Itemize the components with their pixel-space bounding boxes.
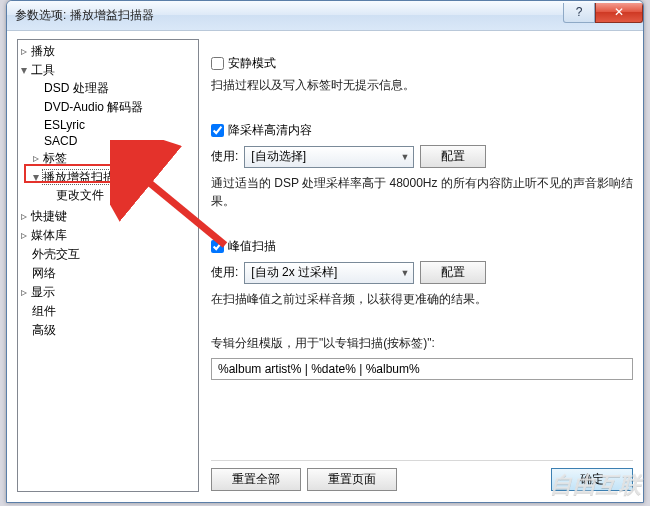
window-controls: ? ✕ — [563, 9, 643, 23]
configure-button-1[interactable]: 配置 — [420, 145, 486, 168]
tree-playback[interactable]: 播放 — [18, 42, 198, 61]
peak-desc: 在扫描峰值之前过采样音频，以获得更准确的结果。 — [211, 290, 633, 308]
downsample-select[interactable]: [自动选择] ▼ — [244, 146, 414, 168]
tree-sacd[interactable]: SACD — [30, 133, 198, 149]
chevron-down-icon: ▼ — [400, 152, 409, 162]
chevron-down-icon: ▼ — [400, 268, 409, 278]
tree-shell[interactable]: 外壳交互 — [18, 245, 198, 264]
album-template-input[interactable] — [211, 358, 633, 380]
album-template-label: 专辑分组模版，用于"以专辑扫描(按标签)": — [211, 334, 633, 352]
close-button[interactable]: ✕ — [595, 3, 643, 23]
dialog-window: 参数选项: 播放增益扫描器 ? ✕ 播放 工具 DSD 处理器 DVD-Audi… — [6, 0, 644, 503]
tree-changefile[interactable]: 更改文件 — [42, 186, 198, 205]
configure-button-2[interactable]: 配置 — [420, 261, 486, 284]
quiet-mode-input[interactable] — [211, 57, 224, 70]
tree-eslyric[interactable]: ESLyric — [30, 117, 198, 133]
annotation-highlight — [24, 164, 129, 183]
tree-components[interactable]: 组件 — [18, 302, 198, 321]
downsample-label: 降采样高清内容 — [228, 122, 312, 139]
watermark: 自由互联 — [550, 470, 642, 500]
peak-label: 峰值扫描 — [228, 238, 276, 255]
titlebar: 参数选项: 播放增益扫描器 ? ✕ — [7, 1, 643, 31]
quiet-mode-desc: 扫描过程以及写入标签时无提示信息。 — [211, 76, 633, 94]
tree-advanced[interactable]: 高级 — [18, 321, 198, 340]
reset-page-button[interactable]: 重置页面 — [307, 468, 397, 491]
quiet-mode-label: 安静模式 — [228, 55, 276, 72]
window-title: 参数选项: 播放增益扫描器 — [15, 7, 154, 24]
tree-dvd[interactable]: DVD-Audio 解码器 — [30, 98, 198, 117]
tree-display[interactable]: 显示 — [18, 283, 198, 302]
downsample-desc: 通过适当的 DSP 处理采样率高于 48000Hz 的所有内容防止听不见的声音影… — [211, 174, 633, 210]
peak-select[interactable]: [自动 2x 过采样] ▼ — [244, 262, 414, 284]
tree-medialib[interactable]: 媒体库 — [18, 226, 198, 245]
reset-all-button[interactable]: 重置全部 — [211, 468, 301, 491]
client-area: 播放 工具 DSD 处理器 DVD-Audio 解码器 ESLyric SACD… — [17, 39, 633, 492]
settings-panel: 安静模式 扫描过程以及写入标签时无提示信息。 降采样高清内容 使用: [自动选择… — [211, 39, 633, 456]
downsample-checkbox[interactable]: 降采样高清内容 — [211, 122, 633, 139]
tree-network[interactable]: 网络 — [18, 264, 198, 283]
use-label-1: 使用: — [211, 148, 238, 165]
peak-input[interactable] — [211, 240, 224, 253]
use-label-2: 使用: — [211, 264, 238, 281]
tree-shortcut[interactable]: 快捷键 — [18, 207, 198, 226]
nav-tree[interactable]: 播放 工具 DSD 处理器 DVD-Audio 解码器 ESLyric SACD… — [17, 39, 199, 492]
tree-tools[interactable]: 工具 DSD 处理器 DVD-Audio 解码器 ESLyric SACD 标签… — [18, 61, 198, 207]
tree-dsd[interactable]: DSD 处理器 — [30, 79, 198, 98]
peak-checkbox[interactable]: 峰值扫描 — [211, 238, 633, 255]
quiet-mode-checkbox[interactable]: 安静模式 — [211, 55, 633, 72]
help-button[interactable]: ? — [563, 3, 595, 23]
downsample-input[interactable] — [211, 124, 224, 137]
